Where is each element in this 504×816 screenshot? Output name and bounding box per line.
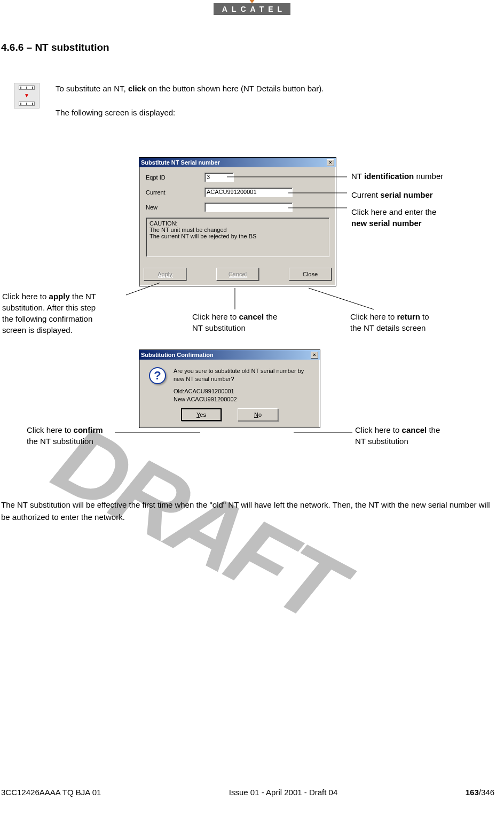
current-serial-label: Current (146, 189, 204, 196)
yes-button[interactable]: Yes (181, 408, 222, 421)
callout-cancel2: Click here to cancel the NT substitution (355, 424, 440, 447)
confirm-message: Are you sure to substitute old NT serial… (174, 367, 304, 403)
substitute-nt-dialog: Substitute NT Serial number × Eqpt ID 3 … (139, 157, 336, 286)
dialog2-titlebar: Substitution Confirmation × (139, 350, 320, 360)
close-button[interactable]: Close (289, 268, 332, 281)
cancel-button[interactable]: Cancel (216, 268, 259, 281)
apply-button[interactable]: Apply (144, 268, 186, 281)
callout-current-serial: Current serial number (351, 189, 433, 200)
footer-issue: Issue 01 - April 2001 - Draft 04 (229, 788, 337, 797)
body-paragraph: The NT substitution will be effective th… (1, 499, 493, 523)
intro-line-1: To substitute an NT, click on the button… (56, 83, 324, 95)
alcatel-logo: ALCATEL (214, 3, 290, 15)
dialog1-titlebar: Substitute NT Serial number × (139, 158, 336, 167)
footer-doc-id: 3CC12426AAAA TQ BJA 01 (1, 788, 101, 797)
callout-apply: Click here to apply the NT substitution.… (2, 291, 125, 336)
confirmation-dialog: Substitution Confirmation × ? Are you su… (139, 349, 320, 428)
new-serial-input[interactable] (204, 203, 293, 212)
nt-substitute-icon: ▼ (14, 83, 40, 108)
section-heading: 4.6.6 – NT substitution (1, 42, 493, 53)
intro-line-2: The following screen is displayed: (56, 107, 324, 119)
svg-line-5 (309, 288, 374, 309)
eqpt-id-label: Eqpt ID (146, 174, 204, 181)
callout-nt-id: NT identification number (351, 170, 443, 182)
current-serial-input: ACACU991200001 (204, 188, 293, 197)
dialog1-title: Substitute NT Serial number (141, 159, 220, 166)
eqpt-id-input[interactable]: 3 (204, 173, 234, 182)
footer-page-number: 163/346 (466, 788, 494, 797)
no-button[interactable]: No (238, 408, 278, 421)
close-icon[interactable]: × (327, 159, 334, 166)
callout-return: Click here to return to the NT details s… (350, 311, 429, 333)
new-serial-label: New (146, 204, 204, 211)
callout-confirm: Click here to confirm the NT substitutio… (27, 424, 103, 447)
header-logo: ALCATEL (11, 3, 493, 15)
callout-cancel: Click here to cancel the NT substitution (192, 311, 277, 333)
question-icon: ? (149, 367, 166, 384)
dialog2-title: Substitution Confirmation (141, 352, 214, 358)
close-icon[interactable]: × (311, 352, 318, 359)
callout-new-serial: Click here and enter the new serial numb… (351, 206, 436, 229)
caution-box: CAUTION: The NT unit must be changed The… (146, 217, 329, 257)
